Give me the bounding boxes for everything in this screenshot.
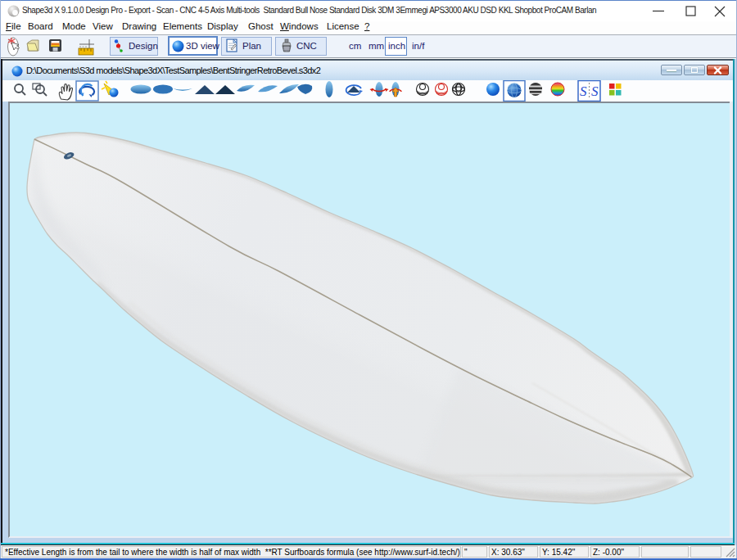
svg-text:S: S [591, 84, 599, 99]
svg-text:S: S [580, 84, 587, 99]
